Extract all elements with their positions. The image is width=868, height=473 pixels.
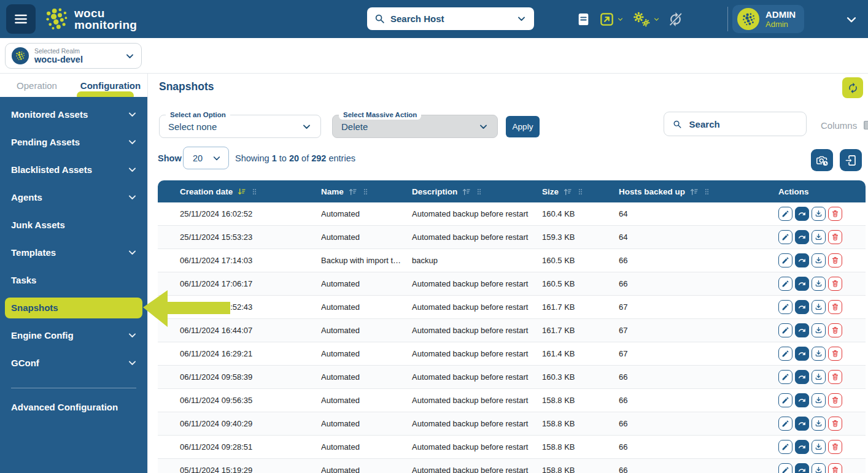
realm-selector[interactable]: Selected Realm wocu-devel	[5, 43, 142, 69]
restore-button[interactable]	[795, 417, 809, 431]
restore-button[interactable]	[795, 347, 809, 361]
column-name[interactable]: Name	[321, 180, 412, 202]
massive-action-select[interactable]: Select Massive Action Delete	[332, 115, 498, 138]
table-row[interactable]: 05/11/2024 15:19:29 Automated Automated …	[158, 459, 866, 473]
edit-button[interactable]	[778, 440, 792, 454]
download-button[interactable]	[812, 253, 826, 267]
sidebar-item-snapshots[interactable]: Snapshots	[5, 298, 142, 318]
external-link-button[interactable]	[599, 12, 624, 27]
restore-button[interactable]	[795, 207, 809, 221]
download-button[interactable]	[812, 417, 826, 431]
sidebar-item-pending-assets[interactable]: Pending Assets	[0, 128, 147, 156]
delete-button[interactable]	[828, 463, 842, 473]
table-row[interactable]: 06/11/2024 09:56:35 Automated Automated …	[158, 389, 866, 412]
download-button[interactable]	[812, 393, 826, 407]
sort-asc-icon[interactable]	[689, 187, 699, 196]
delete-button[interactable]	[828, 300, 842, 314]
delete-button[interactable]	[828, 253, 842, 267]
edit-button[interactable]	[778, 300, 792, 314]
download-button[interactable]	[812, 463, 826, 473]
sort-asc-icon[interactable]	[462, 187, 471, 196]
admin-menu[interactable]: ADMIN Admin	[732, 5, 804, 33]
edit-button[interactable]	[778, 370, 792, 384]
restore-button[interactable]	[795, 323, 809, 337]
restore-button[interactable]	[795, 370, 809, 384]
sidebar-item-templates[interactable]: Templates	[0, 239, 147, 266]
table-row[interactable]: 06/11/2024 16:44:07 Automated Automated …	[158, 319, 866, 342]
delete-button[interactable]	[828, 323, 842, 337]
sidebar-item-agents[interactable]: Agents	[0, 183, 147, 211]
sidebar-item-tasks[interactable]: Tasks	[0, 266, 147, 294]
table-row[interactable]: 06/11/2024 16:52:43 Automated Automated …	[158, 296, 866, 319]
sidebar-item-monitored-assets[interactable]: Monitored Assets	[0, 101, 147, 128]
delete-button[interactable]	[828, 417, 842, 431]
delete-button[interactable]	[828, 207, 842, 221]
edit-button[interactable]	[778, 253, 792, 267]
sort-desc-icon[interactable]	[237, 187, 246, 196]
edit-button[interactable]	[778, 323, 792, 337]
delete-button[interactable]	[828, 440, 842, 454]
delete-button[interactable]	[828, 277, 842, 291]
chevron-down-icon[interactable]	[845, 13, 858, 26]
drag-handle-icon[interactable]	[250, 188, 258, 196]
download-button[interactable]	[812, 440, 826, 454]
edit-button[interactable]	[778, 417, 792, 431]
drag-handle-icon[interactable]	[703, 188, 711, 196]
column-creation-date[interactable]: Creation date	[158, 180, 321, 202]
edit-button[interactable]	[778, 347, 792, 361]
sidebar-item-blacklisted-assets[interactable]: Blacklisted Assets	[0, 156, 147, 183]
table-row[interactable]: 06/11/2024 16:29:21 Automated Automated …	[158, 342, 866, 366]
scheduled-snapshot-button[interactable]	[811, 149, 833, 171]
sidebar-item-junk-assets[interactable]: Junk Assets	[0, 211, 147, 239]
download-button[interactable]	[812, 300, 826, 314]
app-logo[interactable]: wocu monitoring	[43, 6, 137, 33]
restore-button[interactable]	[795, 300, 809, 314]
table-row[interactable]: 06/11/2024 17:06:17 Automated Automated …	[158, 272, 866, 296]
edit-button[interactable]	[778, 207, 792, 221]
sidebar-item-engine-config[interactable]: Engine Config	[0, 321, 147, 349]
import-snapshot-button[interactable]	[840, 149, 862, 171]
columns-toggle[interactable]: Columns	[817, 118, 868, 132]
restore-button[interactable]	[795, 393, 809, 407]
apply-button[interactable]: Apply	[506, 116, 540, 137]
table-row[interactable]: 06/11/2024 17:14:03 Backup with import t…	[158, 249, 866, 272]
auto-refresh-disabled-button[interactable]	[668, 12, 683, 27]
sidebar-item-advanced-configuration[interactable]: Advanced Configuration	[0, 388, 147, 412]
download-button[interactable]	[812, 277, 826, 291]
option-select[interactable]: Select an Option Select none	[159, 115, 321, 138]
table-row[interactable]: 06/11/2024 09:28:51 Automated Automated …	[158, 436, 866, 459]
refresh-button[interactable]	[842, 77, 863, 98]
drag-handle-icon[interactable]	[362, 188, 370, 196]
drag-handle-icon[interactable]	[576, 188, 584, 196]
table-row[interactable]: 06/11/2024 09:40:29 Automated Automated …	[158, 412, 866, 436]
download-button[interactable]	[812, 347, 826, 361]
edit-button[interactable]	[778, 277, 792, 291]
table-row[interactable]: 06/11/2024 09:58:39 Automated Automated …	[158, 366, 866, 389]
download-button[interactable]	[812, 370, 826, 384]
edit-button[interactable]	[778, 230, 792, 244]
restore-button[interactable]	[795, 277, 809, 291]
column-size[interactable]: Size	[542, 180, 619, 202]
host-search-combobox[interactable]: Search Host	[367, 7, 534, 30]
delete-button[interactable]	[828, 393, 842, 407]
column-description[interactable]: Description	[412, 180, 542, 202]
delete-button[interactable]	[828, 370, 842, 384]
restore-button[interactable]	[795, 463, 809, 473]
restore-button[interactable]	[795, 440, 809, 454]
page-size-select[interactable]: 20	[183, 147, 229, 169]
download-button[interactable]	[812, 207, 826, 221]
edit-button[interactable]	[778, 463, 792, 473]
menu-button[interactable]	[6, 4, 36, 34]
table-row[interactable]: 25/11/2024 15:53:23 Automated Automated …	[158, 226, 866, 249]
column-hosts-backed-up[interactable]: Hosts backed up	[619, 180, 778, 202]
delete-button[interactable]	[828, 347, 842, 361]
table-row[interactable]: 25/11/2024 16:02:52 Automated Automated …	[158, 202, 866, 226]
settings-button[interactable]	[632, 10, 660, 28]
drag-handle-icon[interactable]	[475, 188, 483, 196]
download-button[interactable]	[812, 230, 826, 244]
restore-button[interactable]	[795, 230, 809, 244]
sort-asc-icon[interactable]	[348, 187, 357, 196]
search-input[interactable]	[688, 118, 797, 130]
sidebar-item-gconf[interactable]: GConf	[0, 349, 147, 377]
docs-button[interactable]	[576, 12, 591, 27]
